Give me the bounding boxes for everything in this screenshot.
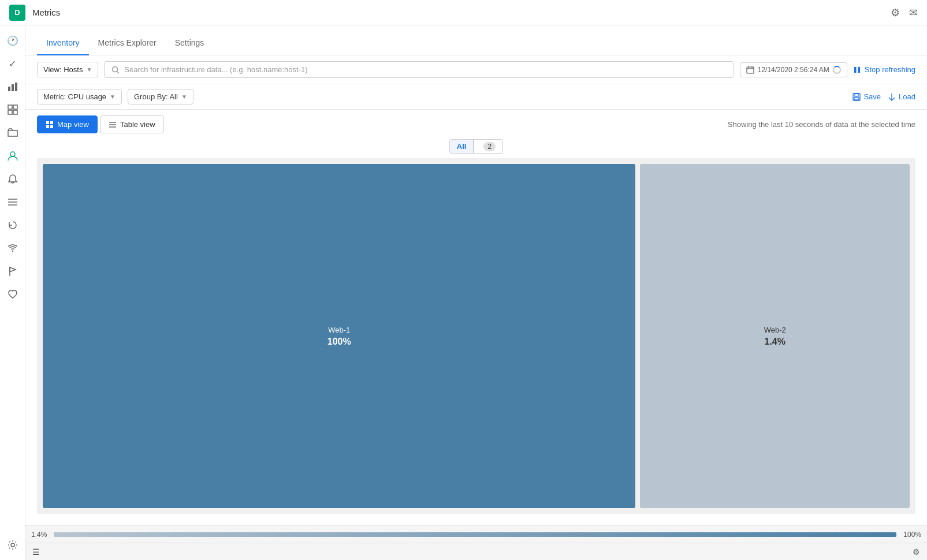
toolbar-row2: Metric: CPU usage ▼ Group By: All ▼ Save… [25,84,927,110]
sidebar: 🕐 ✓ [0,25,25,560]
filter-tab-count[interactable]: 2 [474,139,503,154]
view-hosts-select[interactable]: View: Hosts ▼ [37,62,98,77]
sidebar-item-check[interactable]: ✓ [2,53,23,74]
svg-rect-3 [8,105,12,109]
topbar: D Metrics ⚙ ✉ [0,0,927,25]
treemap-label-web1: Web-1 [328,326,350,334]
svg-point-11 [12,251,13,252]
svg-rect-0 [8,87,10,91]
legend-min: 1.4% [31,531,47,539]
load-button[interactable]: Load [888,92,915,101]
legend-bar: 1.4% 100% [25,525,927,543]
sidebar-item-wifi[interactable] [2,238,23,259]
filter-tab-all[interactable]: All [449,139,474,154]
svg-rect-4 [13,105,17,109]
search-bar[interactable]: Search for infrastructure data... (e.g. … [104,61,734,78]
map-view-button[interactable]: Map view [37,115,98,133]
svg-point-14 [113,66,118,72]
svg-line-15 [117,71,120,73]
svg-rect-29 [50,125,53,128]
treemap-value-web1: 100% [327,337,351,347]
sidebar-item-person[interactable] [2,145,23,166]
chevron-down-icon: ▼ [86,66,92,73]
search-placeholder: Search for infrastructure data... (e.g. … [124,65,307,74]
load-icon [888,93,896,101]
legend-gradient [54,532,896,537]
sidebar-item-settings[interactable] [2,535,23,555]
svg-rect-6 [13,110,17,114]
stop-refresh-button[interactable]: Stop refreshing [853,65,915,74]
svg-rect-24 [854,98,859,100]
tab-bar: Inventory Metrics Explorer Settings [25,25,927,55]
svg-rect-23 [855,94,858,96]
app-title: Metrics [32,8,884,17]
sidebar-item-heart[interactable] [2,284,23,305]
save-button[interactable]: Save [852,92,881,101]
sidebar-item-chart[interactable] [2,76,23,97]
svg-rect-20 [854,67,857,73]
svg-rect-5 [8,110,12,114]
mail-icon[interactable]: ✉ [909,6,918,19]
treemap-cell-web2[interactable]: Web-2 1.4% [640,164,910,508]
app-logo: D [9,5,25,21]
treemap-label-web2: Web-2 [764,326,786,334]
table-view-icon [109,121,117,129]
treemap-cell-web1[interactable]: Web-1 100% [43,164,635,508]
topbar-icons: ⚙ ✉ [891,6,918,19]
bottom-settings-icon[interactable]: ⚙ [913,547,920,557]
svg-point-7 [10,152,15,156]
main-layout: 🕐 ✓ [0,25,927,560]
calendar-icon [746,66,754,74]
refresh-spinner [833,66,841,74]
date-display: 12/14/2020 2:56:24 AM [740,62,847,77]
table-view-button[interactable]: Table view [100,115,164,133]
group-by-select[interactable]: Group By: All ▼ [128,89,193,104]
sidebar-item-bell[interactable] [2,169,23,189]
svg-rect-26 [46,121,49,124]
tab-metrics-explorer[interactable]: Metrics Explorer [89,31,166,55]
svg-rect-27 [50,121,53,124]
status-bar: ☰ ⚙ [25,543,927,560]
sidebar-item-list[interactable] [2,192,23,212]
data-note: Showing the last 10 seconds of data at t… [728,120,915,129]
date-value: 12/14/2020 2:56:24 AM [758,66,829,74]
svg-rect-28 [46,125,49,128]
toolbar-row1: View: Hosts ▼ Search for infrastructure … [25,55,927,84]
svg-point-13 [11,543,14,547]
view-controls: Map view Table view Showing the last 10 … [25,110,927,139]
treemap: Web-1 100% Web-2 1.4% [37,158,915,514]
sidebar-item-flag[interactable] [2,261,23,282]
chevron-down-icon: ▼ [110,94,116,100]
tab-inventory[interactable]: Inventory [37,31,89,55]
save-load-buttons: Save Load [852,92,915,101]
svg-rect-21 [858,67,860,73]
chevron-down-icon: ▼ [181,94,187,100]
tab-settings[interactable]: Settings [166,31,214,55]
sidebar-item-folder[interactable] [2,122,23,143]
save-icon [852,93,861,101]
settings-icon[interactable]: ⚙ [891,6,900,19]
pause-icon [853,66,861,74]
menu-icon[interactable]: ☰ [32,547,40,557]
map-view-icon [46,121,54,129]
svg-rect-16 [747,67,754,73]
view-toggle: Map view Table view [37,115,164,133]
content-area: Inventory Metrics Explorer Settings View… [25,25,927,560]
sidebar-item-loop[interactable] [2,215,23,236]
svg-rect-1 [12,84,14,91]
filter-tabs: All 2 [37,139,915,154]
search-icon [111,66,120,74]
treemap-value-web2: 1.4% [764,337,785,347]
map-container: All 2 Web-1 100% Web-2 1.4% [25,139,927,525]
svg-rect-2 [15,83,17,91]
sidebar-item-layers[interactable] [2,99,23,120]
metric-select[interactable]: Metric: CPU usage ▼ [37,89,122,104]
legend-max: 100% [903,531,921,539]
sidebar-item-clock[interactable]: 🕐 [2,30,23,51]
